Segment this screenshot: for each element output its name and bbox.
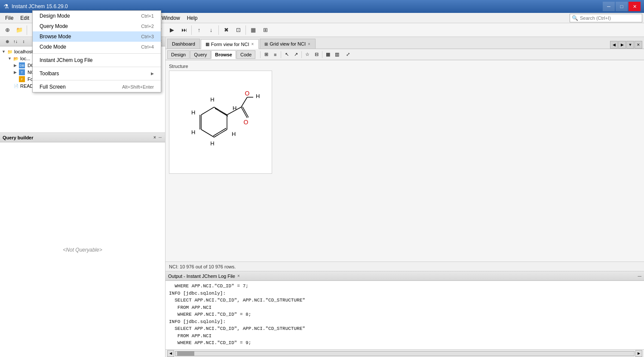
tab-gridview-close[interactable]: × (307, 42, 311, 46)
maximize-button[interactable]: □ (616, 2, 628, 11)
sort-asc-button[interactable]: ↑ (193, 25, 205, 36)
tab-formview-close[interactable]: × (251, 42, 254, 46)
tab-grid-view-nci[interactable]: ⊞ Grid view for NCI × (260, 39, 316, 49)
view-tb-col1[interactable]: ▦ (324, 50, 332, 59)
menu-query-mode[interactable]: Query Mode Ctrl+2 (33, 21, 161, 31)
projects-new-btn[interactable]: ⊕ (3, 38, 11, 46)
oxygen-hydroxyl: O (245, 90, 250, 97)
query-builder-content: <Not Queryable> (0, 142, 165, 357)
scroll-right-btn[interactable]: ▶ (635, 350, 642, 357)
query-builder-close-btn[interactable]: × (153, 135, 157, 140)
tab-dashboard-label: Dashboard (172, 41, 195, 46)
h-oh: H (256, 93, 260, 99)
scroll-left-btn[interactable]: ◀ (167, 350, 174, 357)
structure-label: Structure (169, 64, 641, 69)
output-close-btn[interactable]: × (237, 274, 240, 278)
view-tb-expand[interactable]: ⤢ (343, 50, 352, 59)
right-panel: Dashboard ▦ Form view for NCI × ⊞ Grid v… (166, 37, 644, 357)
tab-gridview-label: Grid view for NCI (270, 41, 306, 46)
db-icon-dc: DB (19, 62, 25, 68)
view-tab-code[interactable]: Code (236, 50, 255, 59)
tab-bar: Dashboard ▦ Form view for NCI × ⊞ Grid v… (166, 37, 644, 49)
design-mode-label: Design Mode (40, 13, 70, 19)
query-mode-label: Query Mode (40, 23, 68, 29)
menu-design-mode[interactable]: Design Mode Ctrl+1 (33, 11, 161, 21)
view-tb-move-down[interactable]: ↗ (291, 50, 300, 59)
output-line-6: SELECT APP.NCI."CD_ID", APP.NCI."CD_STRU… (169, 325, 641, 332)
output-line-5: INFO [jdbc.sqlonly]: (169, 318, 641, 326)
app-icon: ⚗ (3, 3, 9, 10)
view-tab-browse[interactable]: Browse (211, 50, 236, 59)
search-box[interactable]: 🔍 (570, 14, 642, 22)
tab-form-view-nci[interactable]: ▦ Form view for NCI × (201, 39, 259, 49)
tab-nav-left[interactable]: ◀ (610, 41, 618, 49)
minimize-button[interactable]: ─ (603, 2, 615, 11)
duplicate-button[interactable]: ⊡ (233, 25, 244, 36)
tab-formview-label: Form view for NCI (211, 42, 249, 47)
menu-edit[interactable]: Edit (17, 13, 33, 23)
form-view-button[interactable]: ▦ (248, 25, 259, 36)
status-bar: NCI: 10 976 out of 10 976 rows. (166, 262, 644, 271)
view-tb-grid2[interactable]: ⊟ (312, 50, 321, 59)
status-text: NCI: 10 976 out of 10 976 rows. (169, 264, 236, 269)
output-minimize-btn[interactable]: ─ (638, 273, 641, 279)
oxygen-carbonyl: O (244, 119, 248, 126)
projects-sort1-btn[interactable]: ↑↓ (12, 38, 19, 46)
output-title: Output - Instant JChem Log File (168, 274, 235, 279)
view-tb-move-up[interactable]: ↖ (282, 50, 291, 59)
view-tab-query[interactable]: Query (190, 50, 211, 59)
svg-line-8 (201, 107, 214, 115)
view-tb-sep-3 (301, 51, 302, 58)
search-icon: 🔍 (572, 15, 578, 21)
output-line-0: WHERE APP.NCI."CD_ID" = 7; (169, 283, 641, 290)
menu-file[interactable]: File (2, 13, 17, 23)
menu-code-mode[interactable]: Code Mode Ctrl+4 (33, 42, 161, 52)
view-tb-star[interactable]: ☆ (303, 50, 312, 59)
tab-nav-right[interactable]: ▶ (618, 41, 626, 49)
code-tab-label: Code (240, 52, 251, 57)
tab-nav-down[interactable]: ▼ (626, 41, 634, 49)
molecule-svg: H H H H H H O O (173, 75, 268, 169)
projects-sort2-btn[interactable]: ↕ (20, 38, 28, 46)
tab-dashboard[interactable]: Dashboard (167, 39, 200, 49)
sort-desc-button[interactable]: ↓ (205, 25, 217, 36)
query-builder-min-btn[interactable]: ─ (158, 135, 163, 140)
last-button[interactable]: ⏭ (178, 25, 190, 36)
content-area: Structure (166, 60, 644, 262)
separator-1 (33, 53, 161, 54)
new-button[interactable]: ⊕ (2, 25, 13, 36)
view-tab-design[interactable]: Design (167, 50, 190, 59)
output-line-4: WHERE APP.NCI."CD_ID" = 8; (169, 311, 641, 318)
grid-view-button[interactable]: ⊞ (260, 25, 271, 36)
view-tb-col2[interactable]: ▥ (333, 50, 341, 59)
menu-toolbars[interactable]: Toolbars (33, 68, 161, 79)
view-tb-list-btn[interactable]: ≡ (271, 50, 279, 59)
next-button[interactable]: ▶ (166, 25, 178, 36)
view-dropdown-menu: Design Mode Ctrl+1 Query Mode Ctrl+2 Bro… (32, 10, 161, 92)
menu-log-file[interactable]: Instant JChem Log File (33, 55, 161, 65)
menu-window[interactable]: Window (158, 13, 184, 23)
open-button[interactable]: 📁 (14, 25, 25, 36)
close-button[interactable]: ✕ (629, 2, 641, 11)
fullscreen-shortcut: Alt+Shift+Enter (122, 84, 154, 89)
search-input[interactable] (580, 15, 640, 21)
menu-fullscreen[interactable]: Full Screen Alt+Shift+Enter (33, 82, 161, 92)
menu-help[interactable]: Help (184, 13, 201, 23)
toolbar-sep-6 (245, 25, 246, 35)
view-tb-sep-2 (281, 51, 281, 58)
tree-arrow-dc: ▶ (14, 63, 19, 68)
h-right-bottom: H (232, 131, 236, 137)
svg-line-1 (215, 108, 228, 116)
delete-row-button[interactable]: ✖ (221, 25, 232, 36)
horizontal-scrollbar[interactable] (175, 351, 635, 356)
tab-nav-close[interactable]: ✕ (635, 41, 642, 49)
query-builder-panel: Query builder × ─ <Not Queryable> (0, 133, 165, 357)
structure-section: Structure (166, 60, 644, 262)
log-file-label: Instant JChem Log File (40, 57, 92, 63)
menu-browse-mode[interactable]: Browse Mode Ctrl+3 (33, 31, 161, 42)
query-builder-controls: × ─ (153, 135, 163, 140)
view-tb-grid-btn[interactable]: ⊞ (262, 50, 270, 59)
design-mode-shortcut: Ctrl+1 (141, 13, 154, 18)
toolbar-sep-4 (191, 25, 192, 35)
tree-arrow-localhost: ▼ (2, 49, 7, 54)
